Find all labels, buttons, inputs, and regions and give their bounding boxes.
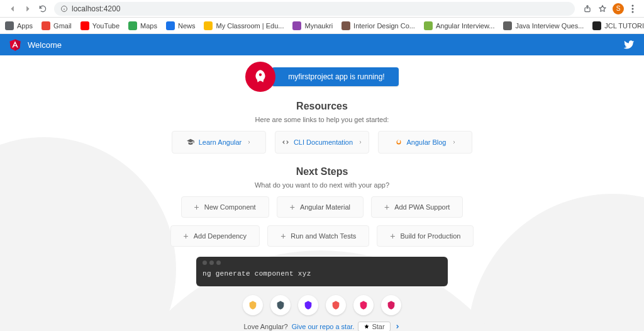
share-icon[interactable] bbox=[580, 4, 595, 13]
circle-icon[interactable] bbox=[326, 295, 346, 315]
bookmark-label: Maps bbox=[140, 22, 157, 30]
bookmark-favicon bbox=[204, 21, 213, 30]
next-step-card[interactable]: +Run and Watch Tests bbox=[267, 225, 369, 247]
bookmark-item[interactable]: My Classroom | Edu... bbox=[204, 21, 284, 30]
bookmark-label: My Classroom | Edu... bbox=[216, 22, 284, 30]
bookmark-favicon bbox=[80, 21, 89, 30]
resource-label: Learn Angular bbox=[199, 138, 242, 146]
plus-icon: + bbox=[280, 231, 286, 241]
twitter-icon[interactable] bbox=[623, 38, 635, 51]
circle-icon-row bbox=[243, 295, 401, 315]
reload-button[interactable] bbox=[35, 1, 50, 16]
bookmark-label: Apps bbox=[17, 22, 33, 30]
url-text: localhost:4200 bbox=[72, 4, 120, 13]
circle-icon[interactable] bbox=[381, 295, 401, 315]
bookmark-favicon bbox=[503, 21, 512, 30]
chevron-right-icon bbox=[452, 140, 457, 145]
plus-icon: + bbox=[184, 231, 189, 241]
bookmark-favicon bbox=[128, 21, 137, 30]
running-banner: myfirstproject app is running! bbox=[245, 62, 398, 92]
bookmark-favicon bbox=[592, 21, 601, 30]
bookmark-item[interactable]: Angular Interview... bbox=[424, 21, 495, 30]
bookmark-item[interactable]: Mynaukri bbox=[292, 21, 333, 30]
bookmark-star-icon[interactable] bbox=[595, 4, 610, 13]
forward-button[interactable] bbox=[20, 1, 35, 16]
bookmark-label: JCL TUTORIAL - IB... bbox=[604, 22, 644, 30]
resource-label: Angular Blog bbox=[407, 138, 447, 146]
resource-card[interactable]: Learn Angular bbox=[172, 131, 266, 154]
star-icon bbox=[364, 323, 370, 330]
svg-point-5 bbox=[632, 8, 634, 9]
next-step-label: Angular Material bbox=[300, 203, 350, 211]
resource-label: CLI Documentation bbox=[294, 138, 353, 146]
terminal-dots-icon bbox=[203, 261, 441, 265]
code-icon bbox=[281, 138, 290, 147]
grad-icon bbox=[186, 138, 195, 147]
chevron-right-icon bbox=[358, 140, 363, 145]
next-step-label: Add Dependency bbox=[194, 232, 247, 240]
next-step-card[interactable]: +Add Dependency bbox=[170, 225, 260, 247]
chevron-right-icon bbox=[247, 140, 252, 145]
angular-logo-icon bbox=[9, 38, 21, 52]
profile-avatar[interactable]: S bbox=[613, 3, 624, 14]
bookmark-item[interactable]: News bbox=[166, 21, 196, 30]
circle-icon[interactable] bbox=[353, 295, 374, 315]
chrome-menu-icon[interactable] bbox=[626, 4, 639, 13]
bookmark-item[interactable]: Maps bbox=[128, 21, 157, 30]
back-button[interactable] bbox=[5, 1, 20, 16]
resources-sub: Here are some links to help you get star… bbox=[255, 116, 389, 123]
toolbar-title: Welcome bbox=[28, 40, 62, 50]
site-info-icon bbox=[60, 5, 68, 13]
next-steps-cards: +New Component+Angular Material+Add PWA … bbox=[133, 196, 511, 247]
svg-marker-11 bbox=[15, 40, 21, 51]
bookmark-item[interactable]: JCL TUTORIAL - IB... bbox=[592, 21, 644, 30]
bookmark-label: Angular Interview... bbox=[436, 22, 495, 30]
footer-line: Love Angular? Give our repo a star. Star bbox=[243, 322, 400, 331]
plus-icon: + bbox=[390, 231, 395, 241]
bookmark-label: News bbox=[178, 22, 196, 30]
address-bar[interactable]: localhost:4200 bbox=[54, 2, 575, 16]
circle-icon[interactable] bbox=[270, 295, 291, 315]
resource-card[interactable]: CLI Documentation bbox=[275, 131, 369, 154]
svg-point-6 bbox=[632, 11, 634, 13]
bookmark-label: Interior Design Co... bbox=[353, 22, 415, 30]
give-star-link[interactable]: Give our repo a star. bbox=[292, 323, 355, 330]
chevron-right-icon bbox=[394, 323, 401, 330]
resource-card[interactable]: Angular Blog bbox=[378, 131, 472, 154]
bookmark-favicon bbox=[424, 21, 433, 30]
bookmark-favicon bbox=[292, 21, 301, 30]
resources-heading: Resources bbox=[296, 101, 348, 112]
browser-navbar: localhost:4200 S bbox=[0, 0, 644, 18]
circle-icon[interactable] bbox=[298, 295, 318, 315]
bookmark-item[interactable]: YouTube bbox=[80, 21, 119, 30]
next-step-label: Build for Production bbox=[400, 232, 460, 240]
rocket-icon bbox=[245, 62, 275, 92]
footer-love: Love Angular? bbox=[243, 323, 287, 330]
bookmarks-bar: AppsGmailYouTubeMapsNewsMy Classroom | E… bbox=[0, 18, 644, 34]
next-sub: What do you want to do next with your ap… bbox=[255, 181, 389, 189]
plus-icon: + bbox=[384, 202, 389, 212]
bookmark-favicon bbox=[42, 21, 50, 30]
terminal: ng generate component xyz bbox=[196, 257, 448, 286]
next-step-card[interactable]: +Build for Production bbox=[377, 225, 474, 247]
resources-cards: Learn AngularCLI DocumentationAngular Bl… bbox=[172, 131, 472, 154]
star-button[interactable]: Star bbox=[358, 322, 390, 331]
app-toolbar: Welcome bbox=[0, 34, 644, 55]
bookmark-item[interactable]: Apps bbox=[5, 21, 33, 30]
terminal-command: ng generate component xyz bbox=[203, 270, 441, 278]
next-step-card[interactable]: +New Component bbox=[181, 196, 269, 218]
svg-point-4 bbox=[632, 4, 634, 6]
running-card: myfirstproject app is running! bbox=[272, 67, 398, 86]
page-content: myfirstproject app is running! Resources… bbox=[0, 55, 644, 331]
bookmark-item[interactable]: Interior Design Co... bbox=[341, 21, 415, 30]
circle-icon[interactable] bbox=[243, 295, 263, 315]
bookmark-item[interactable]: Java Interview Ques... bbox=[503, 21, 584, 30]
next-step-label: Add PWA Support bbox=[394, 203, 450, 211]
next-step-label: New Component bbox=[204, 203, 256, 211]
bookmark-item[interactable]: Gmail bbox=[42, 21, 72, 30]
bookmark-label: Gmail bbox=[53, 22, 72, 30]
bookmark-favicon bbox=[341, 21, 350, 30]
next-step-card[interactable]: +Angular Material bbox=[277, 196, 364, 218]
next-step-card[interactable]: +Add PWA Support bbox=[371, 196, 463, 218]
next-heading: Next Steps bbox=[296, 166, 348, 177]
